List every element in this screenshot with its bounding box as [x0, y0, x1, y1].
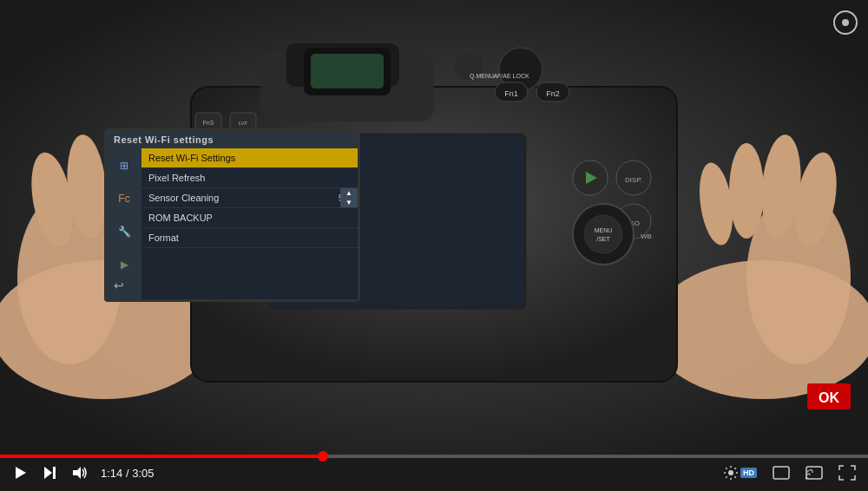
right-controls: HD [721, 463, 858, 482]
svg-text:LVF: LVF [239, 121, 248, 126]
back-arrow[interactable]: ↩ [114, 278, 124, 292]
lcd-screen: Reset Wi-Fi settings ⊞ Fc 🔧 ▶ Reset Wi-F… [104, 128, 360, 302]
volume-button[interactable] [69, 463, 90, 482]
record-indicator [833, 10, 858, 35]
settings-hd-button[interactable]: HD [721, 463, 759, 482]
play-button[interactable] [10, 463, 30, 482]
current-time: 1:14 [101, 467, 122, 480]
svg-text:/SET: /SET [596, 236, 610, 242]
scroll-up-arrow[interactable]: ▲ [345, 190, 352, 197]
menu-item-rom-backup[interactable]: ROM BACKUP [141, 208, 358, 228]
svg-text:FnS: FnS [203, 120, 214, 126]
time-separator: / [126, 467, 129, 480]
menu-item-format[interactable]: Format [141, 228, 358, 248]
svg-text:OK: OK [819, 390, 839, 405]
progress-fill [0, 455, 323, 458]
progress-dot [318, 451, 328, 462]
next-button[interactable] [40, 463, 59, 482]
menu-icon-1: ⊞ [114, 157, 135, 174]
svg-rect-49 [773, 467, 789, 479]
svg-point-48 [728, 470, 733, 475]
time-display: 1:14 / 3:05 [101, 467, 155, 480]
svg-rect-50 [806, 467, 822, 479]
svg-text:WB: WB [641, 232, 652, 240]
menu-icon-3: 🔧 [114, 223, 135, 240]
svg-text:Fn1: Fn1 [504, 89, 518, 98]
cast-button[interactable] [804, 464, 825, 481]
brand-logo: OK [807, 383, 851, 409]
svg-point-11 [729, 143, 764, 239]
menu-items-list: Reset Wi-Fi Settings Pixel Refresh Senso… [141, 148, 358, 299]
video-scene: Fn1 Fn2 Q.MENU AF/AE LOCK FnS LVF DISP. … [0, 0, 868, 455]
svg-marker-45 [44, 467, 52, 479]
menu-item-reset-wifi[interactable]: Reset Wi-Fi Settings [141, 148, 358, 168]
video-player: Fn1 Fn2 Q.MENU AF/AE LOCK FnS LVF DISP. … [0, 0, 868, 455]
total-time: 3:05 [132, 467, 154, 480]
progress-bar[interactable] [0, 455, 868, 458]
mini-screen-button[interactable] [771, 464, 792, 481]
svg-rect-46 [53, 467, 56, 479]
svg-text:DISP.: DISP. [625, 176, 642, 184]
svg-rect-17 [311, 54, 384, 88]
controls-bar: 1:14 / 3:05 HD [0, 455, 868, 491]
menu-icon-4: ▶ [114, 256, 135, 273]
svg-text:Q.MENU: Q.MENU [470, 73, 494, 80]
svg-marker-44 [16, 467, 26, 479]
hd-badge: HD [740, 468, 757, 478]
menu-item-pixel-refresh[interactable]: Pixel Refresh [141, 168, 358, 188]
record-dot [842, 19, 849, 26]
svg-text:MENU: MENU [595, 227, 613, 233]
svg-text:AF/AE LOCK: AF/AE LOCK [493, 73, 529, 79]
svg-marker-47 [73, 467, 81, 479]
svg-point-37 [584, 215, 622, 253]
menu-item-sensor-cleaning[interactable]: Sensor Cleaning 5/5 ▲ ▼ [141, 188, 358, 208]
menu-sidebar: ⊞ Fc 🔧 ▶ [107, 148, 141, 299]
menu-icon-2: Fc [114, 190, 135, 207]
scroll-down-arrow[interactable]: ▼ [345, 200, 352, 206]
menu-header: Reset Wi-Fi settings [107, 131, 358, 148]
svg-text:Fn2: Fn2 [546, 89, 560, 98]
fullscreen-button[interactable] [837, 463, 858, 482]
